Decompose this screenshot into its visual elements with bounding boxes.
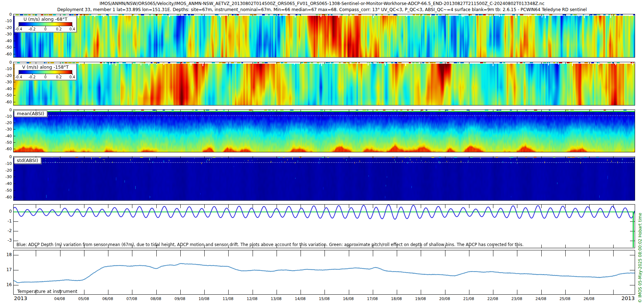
- y-tick-label: -10: [0, 114, 12, 119]
- mean-absi-heatmap: [14, 110, 635, 152]
- x-tick-label: 09/08: [172, 296, 188, 301]
- x-tick-label: 11/08: [220, 296, 236, 301]
- temperature-panel: Temperature at instrument: [13, 250, 635, 295]
- adcp-summary-figure: IMOS/ANMN/NSW/ORS065/Velocity/IMOS_ANMN-…: [0, 0, 644, 304]
- y-tick-label: -20: [0, 121, 12, 125]
- y-tick-label: -60: [0, 147, 12, 151]
- v-colorbar-tick-labels: -0.4-0.200.20.4: [19, 74, 72, 80]
- x-tick-label: 22/08: [485, 296, 501, 301]
- y-tick-label: 0: [0, 209, 12, 214]
- y-tick-label: -30: [0, 80, 12, 84]
- x-tick-label: 19/08: [413, 296, 428, 301]
- y-tick-label: -10: [0, 67, 12, 71]
- x-tick-label: 08/08: [148, 296, 164, 301]
- x-tick-label: 24/08: [533, 296, 549, 301]
- v-legend-title: V (m/s) along -158°T: [15, 64, 76, 70]
- y-tick-label: -60: [0, 195, 12, 200]
- x-tick-label: 05/08: [76, 296, 92, 301]
- colorbar-tick-label: 0.4: [69, 75, 75, 79]
- colorbar-tick-label: 0: [44, 27, 47, 31]
- x-tick-label: 14/08: [292, 296, 308, 301]
- y-tick-label: 0: [0, 108, 12, 112]
- y-tick-label: 0: [0, 155, 12, 159]
- u-velocity-heatmap: [14, 14, 635, 57]
- x-tick-label: 12/08: [244, 296, 260, 301]
- y-tick-label: -20: [0, 168, 12, 173]
- y-tick-label: 0: [0, 60, 12, 65]
- y-tick-label: -30: [0, 175, 12, 179]
- adcp-depth-variation-plot: [14, 205, 635, 248]
- colorbar-tick-label: -0.2: [29, 27, 36, 31]
- y-tick-label: -60: [0, 52, 12, 57]
- x-tick-label: 26/08: [581, 296, 597, 301]
- y-tick-label: 17: [0, 268, 12, 272]
- y-tick-label: 0: [0, 12, 12, 17]
- colorbar-tick-label: 0.4: [69, 27, 75, 31]
- y-tick-label: -60: [0, 100, 12, 104]
- x-tick-label: 04/08: [52, 296, 68, 301]
- y-tick-label: -2: [0, 229, 12, 233]
- imos-timestamp-watermark: © IMOS 05-May-2025 08:00:02 Hobart time: [638, 213, 643, 303]
- v-velocity-panel: V (m/s) along -158°T -0.4-0.200.20.4: [13, 62, 635, 106]
- y-tick-label: -40: [0, 181, 12, 186]
- colorbar-tick-label: -0.2: [29, 75, 36, 79]
- x-tick-label: 25/08: [557, 296, 573, 301]
- y-tick-label: -50: [0, 45, 12, 50]
- std-absi-label-box: std(ABSI): [14, 157, 41, 164]
- colorbar-tick-label: -0.4: [15, 27, 22, 31]
- y-tick-label: -10: [0, 19, 12, 23]
- y-tick-label: -30: [0, 127, 12, 132]
- x-tick-label: 15/08: [316, 296, 332, 301]
- x-tick-label: 06/08: [100, 296, 116, 301]
- x-tick-label: 23/08: [509, 296, 525, 301]
- u-colorbar-tick-labels: -0.4-0.200.20.4: [19, 26, 72, 32]
- depth-variation-caption: Blue: ADCP Depth (m) variation from sens…: [16, 242, 523, 247]
- y-tick-label: 18: [0, 252, 12, 257]
- y-tick-label: -3: [0, 238, 12, 243]
- y-tick-label: -20: [0, 73, 12, 78]
- std-absi-heatmap: [14, 157, 635, 200]
- y-tick-label: -50: [0, 140, 12, 145]
- adcp-depth-variation-panel: Blue: ADCP Depth (m) variation from sens…: [13, 204, 635, 248]
- x-tick-label: 10/08: [196, 296, 212, 301]
- y-tick-label: 16: [0, 283, 12, 287]
- figure-title-filename: IMOS/ANMN/NSW/ORS065/Velocity/IMOS_ANMN-…: [0, 1, 644, 6]
- x-axis-year-left: 2013: [14, 295, 27, 301]
- u-velocity-panel: U (m/s) along -68°T -0.4-0.200.20.4: [13, 14, 635, 58]
- x-tick-label: 20/08: [437, 296, 453, 301]
- y-tick-label: -20: [0, 25, 12, 30]
- y-tick-label: -40: [0, 134, 12, 138]
- y-tick-label: -50: [0, 93, 12, 98]
- y-tick-label: -30: [0, 32, 12, 36]
- x-tick-label: 17/08: [365, 296, 380, 301]
- x-tick-label: 07/08: [124, 296, 140, 301]
- figure-subtitle-deployment-info: Deployment 33, member 1 lat=33.89S lon=1…: [0, 7, 644, 12]
- v-velocity-heatmap: [14, 62, 635, 105]
- mean-absi-label-box: mean(ABSI): [14, 111, 47, 117]
- std-absi-panel: std(ABSI): [13, 156, 635, 201]
- x-axis-year-right: 2013: [605, 295, 635, 301]
- y-tick-label: -40: [0, 39, 12, 43]
- temperature-plot: [14, 250, 635, 294]
- colorbar-tick-label: 0: [44, 75, 47, 79]
- x-tick-label: 21/08: [461, 296, 477, 301]
- x-tick-label: 13/08: [268, 296, 284, 301]
- y-tick-label: -1: [0, 219, 12, 224]
- v-velocity-legend: V (m/s) along -158°T -0.4-0.200.20.4: [14, 64, 77, 80]
- mean-absi-panel: mean(ABSI): [13, 109, 635, 152]
- y-tick-label: -50: [0, 188, 12, 193]
- colorbar-tick-label: 0.2: [56, 27, 62, 31]
- y-tick-label: -10: [0, 161, 12, 166]
- u-legend-title: U (m/s) along -68°T: [15, 16, 76, 22]
- colorbar-tick-label: -0.4: [15, 75, 22, 79]
- temperature-label: Temperature at instrument: [17, 289, 77, 294]
- x-tick-label: 16/08: [341, 296, 356, 301]
- x-tick-label: 18/08: [389, 296, 404, 301]
- colorbar-tick-label: 0.2: [56, 75, 62, 79]
- y-tick-label: -40: [0, 87, 12, 91]
- u-velocity-legend: U (m/s) along -68°T -0.4-0.200.20.4: [14, 16, 77, 32]
